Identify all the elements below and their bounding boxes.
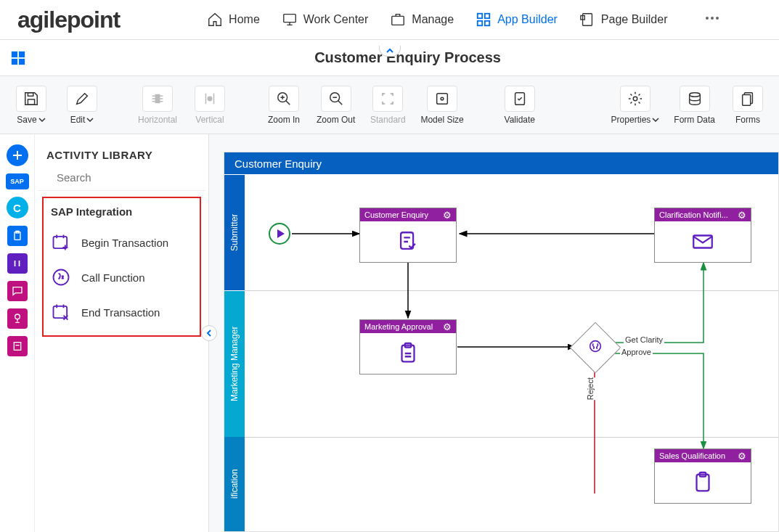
nav-more[interactable] bbox=[703, 9, 721, 30]
save-button[interactable]: Save bbox=[9, 81, 54, 130]
rail-header-button[interactable]: I I bbox=[7, 253, 28, 274]
zoom-out-button[interactable]: Zoom Out bbox=[312, 81, 359, 130]
edge-label-get-clarity: Get Clarity bbox=[624, 335, 664, 344]
chevron-up-icon bbox=[386, 48, 394, 54]
gateway-icon bbox=[587, 338, 603, 354]
activity-begin-transaction[interactable]: Begin Transaction bbox=[51, 225, 192, 260]
horizontal-button[interactable]: Horizontal bbox=[134, 81, 182, 130]
panel-collapse[interactable] bbox=[201, 325, 217, 341]
start-node[interactable] bbox=[269, 223, 290, 245]
svg-rect-31 bbox=[14, 343, 20, 351]
svg-rect-16 bbox=[28, 99, 34, 104]
clipboard-task-icon bbox=[690, 470, 715, 495]
clipboard-icon bbox=[12, 230, 23, 242]
zoom-in-button[interactable]: Zoom In bbox=[261, 81, 306, 130]
chat-icon bbox=[12, 285, 23, 297]
call-function-icon bbox=[51, 267, 71, 287]
gateway-decision[interactable] bbox=[570, 322, 621, 374]
form-data-button[interactable]: Form Data bbox=[669, 81, 719, 130]
nav-app-builder[interactable]: App Builder bbox=[476, 12, 558, 28]
search-input[interactable] bbox=[57, 171, 195, 184]
rail-doc-button[interactable] bbox=[7, 336, 28, 356]
svg-point-8 bbox=[706, 17, 709, 20]
edit-button[interactable]: Edit bbox=[60, 81, 105, 130]
canvas-header: Customer Enquiry bbox=[224, 152, 778, 174]
activity-call-function[interactable]: Call Function bbox=[51, 260, 192, 295]
svg-rect-15 bbox=[28, 92, 33, 96]
svg-rect-21 bbox=[437, 93, 448, 104]
rail-presentation-button[interactable] bbox=[7, 308, 28, 329]
lane-submitter[interactable]: Submitter bbox=[224, 174, 245, 290]
zoom-in-icon bbox=[276, 91, 292, 107]
align-horizontal-icon bbox=[150, 91, 166, 107]
validate-icon bbox=[512, 91, 528, 107]
app-builder-icon bbox=[476, 12, 492, 28]
gear-icon[interactable]: ⚙ bbox=[738, 451, 746, 462]
pencil-icon bbox=[74, 91, 90, 107]
nav-work-center[interactable]: Work Center bbox=[282, 12, 369, 28]
svg-rect-17 bbox=[155, 94, 160, 102]
sap-tab[interactable]: SAP bbox=[6, 173, 29, 189]
gear-icon[interactable]: ⚙ bbox=[443, 322, 452, 332]
nav-home[interactable]: Home bbox=[207, 12, 260, 28]
page-builder-icon bbox=[579, 12, 595, 28]
lane-marketing-manager[interactable]: Marketing Manager bbox=[224, 290, 245, 437]
chevron-left-icon bbox=[205, 330, 213, 337]
svg-point-24 bbox=[633, 97, 637, 101]
svg-rect-5 bbox=[485, 21, 489, 25]
svg-rect-12 bbox=[19, 51, 25, 57]
standard-button[interactable]: Standard bbox=[365, 81, 410, 130]
end-transaction-icon bbox=[51, 302, 71, 322]
gear-icon bbox=[627, 91, 643, 107]
svg-rect-3 bbox=[485, 14, 489, 18]
svg-rect-0 bbox=[284, 15, 296, 22]
save-icon bbox=[23, 91, 39, 107]
category-title: SAP Integration bbox=[51, 205, 192, 218]
h-icon: I I bbox=[14, 259, 20, 268]
task-clarification-notification[interactable]: Clarification Notifi...⚙ bbox=[654, 208, 751, 263]
properties-button[interactable]: Properties bbox=[607, 81, 664, 130]
task-sales-qualification[interactable]: Sales Qualification⚙ bbox=[654, 449, 751, 504]
activity-end-transaction[interactable]: End Transaction bbox=[51, 295, 192, 330]
svg-point-34 bbox=[54, 270, 69, 285]
clipboard-task-icon bbox=[396, 341, 420, 366]
task-marketing-approval[interactable]: Marketing Approval⚙ bbox=[359, 319, 457, 375]
svg-rect-27 bbox=[743, 94, 751, 105]
toolbar: Save Edit Horizontal Vertical Zoom In Zo… bbox=[0, 76, 779, 134]
svg-rect-42 bbox=[693, 236, 712, 248]
svg-rect-41 bbox=[401, 232, 413, 249]
gear-icon[interactable]: ⚙ bbox=[738, 210, 746, 221]
add-button[interactable] bbox=[7, 144, 28, 166]
task-customer-enquiry[interactable]: Customer Enquiry⚙ bbox=[359, 208, 457, 263]
rail-chat-button[interactable] bbox=[7, 281, 28, 301]
validate-button[interactable]: Validate bbox=[497, 81, 542, 130]
briefcase-icon bbox=[390, 12, 406, 28]
nav-manage[interactable]: Manage bbox=[390, 12, 454, 28]
model-size-icon bbox=[434, 91, 450, 107]
nav-page-builder[interactable]: Page Builder bbox=[579, 12, 668, 28]
rail-c-button[interactable]: C bbox=[7, 197, 28, 218]
canvas-wrap: Customer Enquiry Submitter Marketing Man… bbox=[209, 134, 779, 532]
forms-button[interactable]: Forms bbox=[725, 81, 770, 130]
lane-qualification[interactable]: ification bbox=[224, 437, 245, 531]
sap-integration-category: SAP Integration Begin Transaction Call F… bbox=[42, 197, 201, 337]
chevron-down-icon bbox=[38, 118, 46, 122]
svg-point-30 bbox=[15, 314, 20, 319]
c-icon: C bbox=[13, 202, 21, 214]
presentation-icon bbox=[12, 313, 23, 324]
zoom-out-icon bbox=[328, 91, 344, 107]
rail-clipboard-button[interactable] bbox=[7, 226, 28, 246]
model-size-button[interactable]: Model Size bbox=[416, 81, 468, 130]
process-canvas[interactable]: Customer Enquiry Submitter Marketing Man… bbox=[224, 152, 779, 532]
svg-rect-13 bbox=[12, 58, 17, 64]
svg-point-45 bbox=[590, 341, 601, 352]
forms-icon bbox=[740, 91, 756, 107]
grid-icon bbox=[10, 50, 26, 66]
edge-label-approve: Approve bbox=[620, 348, 653, 356]
icon-rail: SAP C I I bbox=[0, 134, 35, 532]
vertical-button[interactable]: Vertical bbox=[187, 81, 232, 130]
gear-icon[interactable]: ⚙ bbox=[443, 210, 452, 221]
page-title: Customer Enquiry Process bbox=[36, 49, 779, 66]
apps-button[interactable] bbox=[0, 50, 36, 66]
svg-point-25 bbox=[689, 92, 700, 97]
